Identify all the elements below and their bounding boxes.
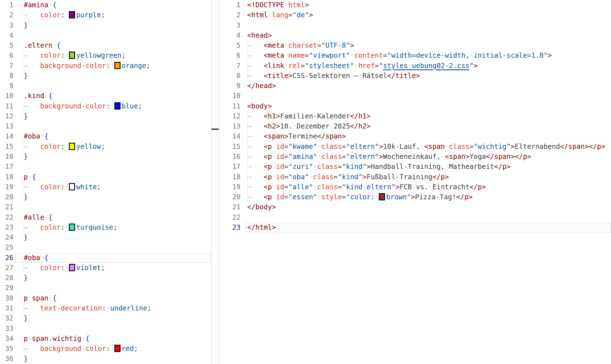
scrollbar-cursor-marker[interactable]: [211, 128, 219, 130]
line-content[interactable]: →<link·rel="stylesheet"·href="styles_ueb…: [245, 61, 611, 71]
line-content[interactable]: →<p·id="amina"·class="eltern">Wocheneink…: [245, 152, 611, 162]
line-content[interactable]: <html·lang="de">: [245, 10, 611, 20]
line-number[interactable]: 17: [219, 162, 240, 172]
code-line[interactable]: 20}: [0, 192, 211, 202]
code-line-active[interactable]: 26#oba·{: [0, 253, 211, 263]
code-line[interactable]: 28}: [0, 273, 211, 283]
color-swatch[interactable]: [69, 183, 75, 190]
line-number[interactable]: 36: [0, 354, 13, 364]
line-content[interactable]: p·span.wichtig·{: [15, 334, 211, 344]
line-content[interactable]: #oba·{: [15, 131, 211, 141]
line-content[interactable]: </html>: [245, 222, 611, 232]
line-content[interactable]: →<h1>Familien-Kalender</h1>: [245, 111, 611, 121]
line-content[interactable]: →<p·id="oba"·class="kind">Fußball-Traini…: [245, 172, 611, 182]
code-line-active[interactable]: 23</html>: [219, 222, 611, 232]
line-number[interactable]: 20: [219, 192, 240, 202]
line-number[interactable]: 6: [0, 50, 13, 60]
line-content[interactable]: →color:·violet;: [15, 263, 211, 273]
code-line[interactable]: 11<body>: [219, 101, 611, 111]
code-line[interactable]: 2→color:·purple;: [0, 10, 211, 20]
code-line[interactable]: 22: [219, 212, 611, 222]
code-line[interactable]: 17: [0, 162, 211, 172]
line-content[interactable]: →<h2>10.·Dezember·2025</h2>: [245, 121, 611, 131]
line-number[interactable]: 6: [219, 50, 240, 60]
line-content[interactable]: →<p·id="essen"·style="color:·brown">Pizz…: [245, 192, 611, 202]
line-content[interactable]: #amina·{: [15, 0, 211, 10]
line-content[interactable]: [245, 212, 611, 222]
code-line[interactable]: 7→<link·rel="stylesheet"·href="styles_ue…: [219, 61, 611, 71]
line-content[interactable]: →background-color:·blue;: [15, 101, 211, 111]
line-content[interactable]: [15, 202, 211, 212]
code-line[interactable]: 2<html·lang="de">: [219, 10, 611, 20]
code-line[interactable]: 16}: [0, 152, 211, 162]
color-swatch[interactable]: [379, 193, 385, 200]
code-line[interactable]: 14#oba·{: [0, 131, 211, 141]
code-line[interactable]: 20→<p·id="essen"·style="color:·brown">Pi…: [219, 192, 611, 202]
line-number[interactable]: 25: [0, 242, 13, 253]
code-line[interactable]: 19→color:·white;: [0, 182, 211, 192]
code-line[interactable]: 14→<span>Termine</span>: [219, 131, 611, 141]
line-number[interactable]: 26: [0, 253, 13, 263]
code-line[interactable]: 30p·span·{: [0, 293, 211, 303]
line-number[interactable]: 7: [219, 61, 240, 71]
code-line[interactable]: 18p·{: [0, 172, 211, 182]
code-line[interactable]: 35→background-color:·red;: [0, 344, 211, 354]
line-number[interactable]: 9: [0, 81, 13, 91]
line-number[interactable]: 4: [0, 30, 13, 40]
code-line[interactable]: 31→text-decoration:·underline;: [0, 303, 211, 313]
line-number[interactable]: 19: [219, 182, 240, 192]
line-content[interactable]: [15, 162, 211, 172]
code-line[interactable]: 4<head>: [219, 30, 611, 40]
line-number[interactable]: 11: [219, 101, 240, 111]
line-number[interactable]: 18: [219, 172, 240, 182]
line-content[interactable]: #alle·{: [15, 212, 211, 222]
color-swatch[interactable]: [69, 264, 75, 271]
code-line[interactable]: 9: [0, 81, 211, 91]
line-number[interactable]: 1: [219, 0, 240, 10]
line-content[interactable]: }: [15, 192, 211, 202]
line-content[interactable]: →text-decoration:·underline;: [15, 303, 211, 313]
color-swatch[interactable]: [69, 11, 75, 18]
line-content[interactable]: [245, 91, 611, 101]
line-content[interactable]: [15, 81, 211, 91]
line-number[interactable]: 3: [0, 20, 13, 30]
line-number[interactable]: 13: [219, 121, 240, 131]
color-swatch[interactable]: [69, 224, 75, 231]
code-line[interactable]: 12}: [0, 111, 211, 121]
line-content[interactable]: <body>: [245, 101, 611, 111]
line-content[interactable]: →<p·id="alle"·class="kind·eltern">FCB·vs…: [245, 182, 611, 192]
line-number[interactable]: 22: [0, 212, 13, 222]
code-line[interactable]: 13: [0, 121, 211, 131]
line-number[interactable]: 7: [0, 61, 13, 71]
code-line[interactable]: 15→<p·id="kwame"·class="eltern">10k-Lauf…: [219, 142, 611, 152]
color-swatch[interactable]: [69, 143, 75, 150]
line-number[interactable]: 21: [0, 202, 13, 212]
code-line[interactable]: 10: [219, 91, 611, 101]
line-content[interactable]: <!DOCTYPE·html>: [245, 0, 611, 10]
code-line[interactable]: 9</head>: [219, 81, 611, 91]
color-swatch[interactable]: [114, 62, 121, 69]
html-editor-pane[interactable]: 1<!DOCTYPE·html>2<html·lang="de">34<head…: [219, 0, 611, 364]
line-content[interactable]: →<span>Termine</span>: [245, 131, 611, 141]
line-content[interactable]: [15, 242, 211, 253]
line-number[interactable]: 19: [0, 182, 13, 192]
code-line[interactable]: 34p·span.wichtig·{: [0, 334, 211, 344]
line-content[interactable]: [15, 121, 211, 131]
code-line[interactable]: 23→color:·turquoise;: [0, 222, 211, 232]
line-content[interactable]: }: [15, 20, 211, 30]
line-number[interactable]: 11: [0, 101, 13, 111]
code-line[interactable]: 5.eltern·{: [0, 40, 211, 50]
code-line[interactable]: 29: [0, 283, 211, 293]
code-line[interactable]: 8→<title>CSS-Selektoren·–·Rätsel</title>: [219, 71, 611, 81]
line-number[interactable]: 27: [0, 263, 13, 273]
line-content[interactable]: p·span·{: [15, 293, 211, 303]
line-content[interactable]: →color:·turquoise;: [15, 222, 211, 232]
line-content[interactable]: }: [15, 313, 211, 323]
line-content[interactable]: p·{: [15, 172, 211, 182]
color-swatch[interactable]: [69, 52, 75, 59]
line-number[interactable]: 8: [219, 71, 240, 81]
line-number[interactable]: 3: [219, 20, 240, 30]
line-number[interactable]: 29: [0, 283, 13, 293]
line-number[interactable]: 5: [0, 40, 13, 50]
line-number[interactable]: 31: [0, 303, 13, 313]
